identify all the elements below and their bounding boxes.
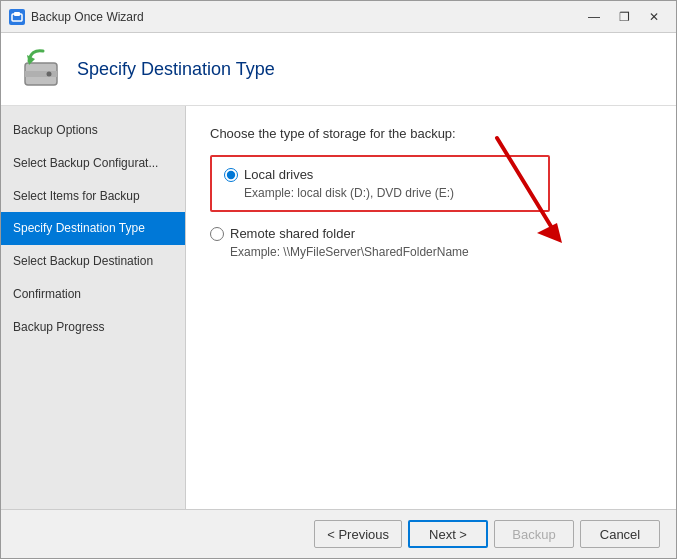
sidebar-item-select-backup-configuration[interactable]: Select Backup Configurat...	[1, 147, 185, 180]
title-bar: Backup Once Wizard — ❐ ✕	[1, 1, 676, 33]
backup-button[interactable]: Backup	[494, 520, 574, 548]
next-button[interactable]: Next >	[408, 520, 488, 548]
sidebar-item-specify-destination-type[interactable]: Specify Destination Type	[1, 212, 185, 245]
window-title: Backup Once Wizard	[31, 10, 580, 24]
sidebar-item-select-backup-destination[interactable]: Select Backup Destination	[1, 245, 185, 278]
sidebar: Backup Options Select Backup Configurat.…	[1, 106, 186, 509]
remote-folder-example: Example: \\MyFileServer\SharedFolderName	[230, 245, 469, 259]
remote-folder-label[interactable]: Remote shared folder	[230, 226, 355, 241]
svg-rect-1	[14, 12, 20, 16]
svg-line-6	[497, 138, 552, 228]
header-icon	[17, 45, 65, 93]
previous-button[interactable]: < Previous	[314, 520, 402, 548]
sidebar-item-confirmation[interactable]: Confirmation	[1, 278, 185, 311]
svg-rect-3	[25, 71, 57, 77]
window: Backup Once Wizard — ❐ ✕ Specify Destina…	[0, 0, 677, 559]
window-controls: — ❐ ✕	[580, 6, 668, 28]
page-title: Specify Destination Type	[77, 59, 275, 80]
local-drives-radio[interactable]	[224, 168, 238, 182]
svg-point-4	[47, 72, 52, 77]
remote-folder-row: Remote shared folder	[210, 226, 355, 241]
sidebar-item-backup-progress[interactable]: Backup Progress	[1, 311, 185, 344]
footer: < Previous Next > Backup Cancel	[1, 509, 676, 558]
instruction-text: Choose the type of storage for the backu…	[210, 126, 652, 141]
minimize-button[interactable]: —	[580, 6, 608, 28]
app-icon	[9, 9, 25, 25]
content-area: Choose the type of storage for the backu…	[186, 106, 676, 509]
close-button[interactable]: ✕	[640, 6, 668, 28]
restore-button[interactable]: ❐	[610, 6, 638, 28]
local-drives-label[interactable]: Local drives	[244, 167, 313, 182]
cancel-button[interactable]: Cancel	[580, 520, 660, 548]
sidebar-item-backup-options[interactable]: Backup Options	[1, 114, 185, 147]
remote-folder-option: Remote shared folder Example: \\MyFileSe…	[210, 226, 652, 259]
remote-folder-radio[interactable]	[210, 227, 224, 241]
sidebar-item-select-items-for-backup[interactable]: Select Items for Backup	[1, 180, 185, 213]
main-content: Backup Options Select Backup Configurat.…	[1, 106, 676, 509]
header: Specify Destination Type	[1, 33, 676, 106]
red-arrow-indicator	[477, 128, 567, 251]
